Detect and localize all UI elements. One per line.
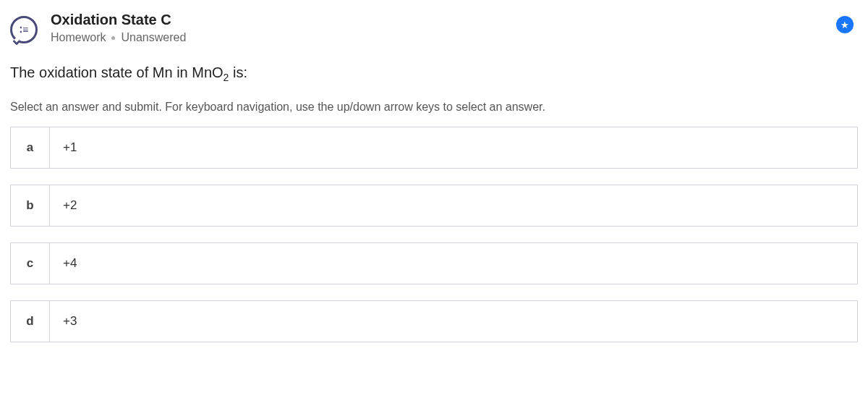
bookmark-button[interactable]: ★ xyxy=(836,16,854,33)
answer-options: a +1 b +2 c +4 d +3 xyxy=(0,127,868,342)
question-prefix: The oxidation state of Mn in xyxy=(10,64,192,80)
answer-option-c[interactable]: c +4 xyxy=(10,242,858,284)
option-text: +4 xyxy=(50,243,857,284)
question-subtitle: Homework Unanswered xyxy=(51,31,836,44)
question-type-icon: ∶≡ xyxy=(10,16,38,43)
instruction-text: Select an answer and submit. For keyboar… xyxy=(0,88,868,127)
list-icon: ∶≡ xyxy=(20,25,28,35)
star-icon: ★ xyxy=(841,20,849,30)
chemical-formula: MnO2 xyxy=(192,64,229,80)
option-letter: b xyxy=(11,185,50,226)
option-text: +1 xyxy=(50,127,857,168)
answer-option-b[interactable]: b +2 xyxy=(10,185,858,227)
option-letter: d xyxy=(11,301,50,342)
option-letter: c xyxy=(11,243,50,284)
option-text: +2 xyxy=(50,185,857,226)
answer-option-d[interactable]: d +3 xyxy=(10,300,858,342)
question-status: Unanswered xyxy=(121,31,186,44)
question-title: Oxidation State C xyxy=(51,12,836,28)
separator-dot xyxy=(111,36,115,40)
question-text: The oxidation state of Mn in MnO2 is: xyxy=(0,50,868,88)
question-category: Homework xyxy=(51,31,106,44)
answer-option-a[interactable]: a +1 xyxy=(10,127,858,169)
option-letter: a xyxy=(11,127,50,168)
question-suffix: is: xyxy=(229,64,247,80)
question-header: ∶≡ Oxidation State C Homework Unanswered… xyxy=(0,0,868,50)
option-text: +3 xyxy=(50,301,857,342)
